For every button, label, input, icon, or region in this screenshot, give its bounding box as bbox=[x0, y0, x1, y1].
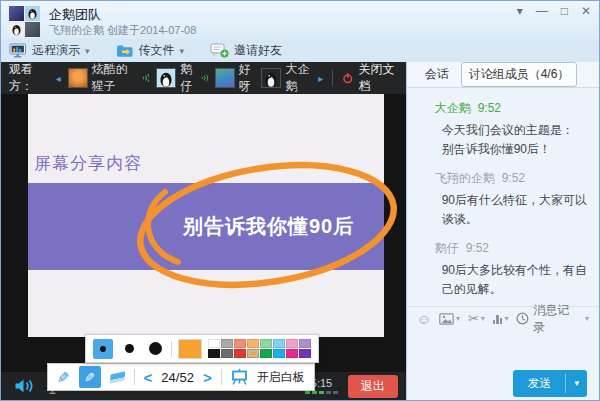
send-file-button[interactable]: 传文件 ▾ bbox=[116, 42, 185, 59]
pen-size-medium[interactable] bbox=[119, 339, 139, 359]
send-button[interactable]: 发送 ▾ bbox=[513, 370, 587, 397]
close-document-button[interactable]: 关闭文档 bbox=[342, 61, 398, 95]
folder-icon bbox=[116, 44, 134, 58]
divider bbox=[332, 70, 333, 86]
message-text: 今天我们会议的主题是： bbox=[442, 121, 593, 140]
toolbar: 远程演示 ▾ 传文件 ▾ 邀请好友 bbox=[1, 39, 599, 62]
message-time: 9:52 bbox=[478, 101, 501, 115]
menu-caret-icon[interactable]: ▾ bbox=[517, 4, 523, 18]
message-time: 9:52 bbox=[466, 241, 489, 255]
color-swatch[interactable] bbox=[208, 349, 220, 358]
send-image-button[interactable]: ▾ bbox=[439, 313, 460, 325]
send-options-caret[interactable]: ▾ bbox=[566, 370, 587, 397]
color-swatch[interactable] bbox=[247, 339, 259, 348]
color-swatch[interactable] bbox=[221, 339, 233, 348]
message-input[interactable] bbox=[407, 330, 599, 366]
page-indicator: 24/52 bbox=[161, 370, 194, 385]
marker-icon: ✎ bbox=[84, 371, 95, 384]
speaker-icon[interactable] bbox=[14, 378, 35, 394]
message-text: 90后有什么特征，大家可以谈谈。 bbox=[442, 191, 593, 228]
group-avatar[interactable] bbox=[9, 6, 40, 37]
viewer-item[interactable]: 鹅仔 bbox=[156, 61, 207, 95]
shared-screen-stage[interactable]: 屏幕分享内容 别告诉我你懂90后 bbox=[1, 94, 406, 372]
viewers-label: 观看方： bbox=[9, 61, 49, 95]
chat-message: 大企鹅9:52 今天我们会议的主题是： 别告诉我你懂90后！ bbox=[435, 100, 593, 158]
pencil-tool-icon[interactable]: ✎ bbox=[57, 370, 70, 385]
clock-icon bbox=[516, 312, 529, 325]
message-time: 9:52 bbox=[502, 171, 525, 185]
color-swatch[interactable] bbox=[273, 339, 285, 348]
send-file-label: 传文件 bbox=[139, 42, 175, 59]
color-swatch[interactable] bbox=[273, 349, 285, 358]
avatar bbox=[68, 68, 88, 88]
previous-page-button[interactable]: < bbox=[144, 370, 153, 385]
color-swatch[interactable] bbox=[208, 339, 220, 348]
color-swatch[interactable] bbox=[221, 349, 233, 358]
pen-size-small-selected[interactable] bbox=[93, 339, 113, 359]
chevron-down-icon[interactable]: ▾ bbox=[85, 46, 90, 56]
minimize-button[interactable]: — bbox=[536, 4, 548, 18]
maximize-button[interactable]: □ bbox=[561, 4, 568, 18]
screenshot-button[interactable]: ✂ ▾ bbox=[468, 312, 485, 325]
group-subtitle: 飞翔的企鹅 创建于2014-07-08 bbox=[49, 23, 196, 38]
remote-demo-button[interactable]: 远程演示 ▾ bbox=[9, 42, 90, 59]
chat-tabs: 会话 讨论组成员（4/6） bbox=[407, 62, 599, 88]
send-label: 发送 bbox=[513, 370, 565, 397]
slide-banner: 别告诉我你懂90后 bbox=[28, 183, 384, 270]
marker-tool-selected[interactable]: ✎ bbox=[79, 366, 101, 388]
tab-conversation[interactable]: 会话 bbox=[425, 66, 449, 83]
chevron-down-icon[interactable]: ▾ bbox=[180, 46, 185, 56]
scroll-left-icon[interactable]: ◂ bbox=[56, 73, 61, 84]
divider bbox=[134, 369, 135, 385]
color-swatch[interactable] bbox=[286, 349, 298, 358]
chat-panel: 会话 讨论组成员（4/6） 大企鹅9:52 今天我们会议的主题是： 别告诉我你懂… bbox=[406, 62, 599, 400]
vote-chart-button[interactable]: ▾ bbox=[493, 314, 509, 324]
chevron-down-icon: ▾ bbox=[504, 314, 508, 323]
color-swatch[interactable] bbox=[234, 349, 246, 358]
divider bbox=[221, 369, 222, 385]
scissors-icon: ✂ bbox=[468, 312, 479, 325]
sender-name[interactable]: 鹅仔 bbox=[435, 241, 459, 255]
viewer-name: 好呀 bbox=[239, 61, 255, 95]
open-whiteboard-button[interactable]: 开启白板 bbox=[257, 369, 305, 386]
divider bbox=[171, 341, 172, 357]
pen-size-large[interactable] bbox=[145, 339, 165, 359]
eraser-tool-icon[interactable] bbox=[109, 371, 125, 384]
color-swatch[interactable] bbox=[299, 349, 311, 358]
speaking-indicator-icon bbox=[142, 72, 150, 84]
sender-name[interactable]: 飞翔的企鹅 bbox=[435, 171, 495, 185]
viewer-name: 大企鹅 bbox=[285, 61, 311, 95]
viewer-item[interactable]: 炫酷的猩子 bbox=[68, 61, 149, 95]
close-button[interactable]: ✕ bbox=[581, 4, 591, 18]
app-window: 企鹅团队 飞翔的企鹅 创建于2014-07-08 ▾ — □ ✕ 远程演示 ▾ bbox=[0, 0, 600, 401]
penguin-avatar-tile bbox=[9, 22, 24, 37]
color-swatch-selected[interactable] bbox=[247, 349, 259, 358]
sender-name[interactable]: 大企鹅 bbox=[435, 101, 471, 115]
message-text: 90后大多比较有个性，有自己的见解。 bbox=[442, 261, 593, 298]
penguin-avatar-tile bbox=[25, 6, 40, 21]
exit-button[interactable]: 退出 bbox=[348, 375, 398, 398]
viewer-item[interactable]: 好呀 bbox=[215, 61, 255, 95]
color-swatch[interactable] bbox=[260, 349, 272, 358]
scroll-right-icon[interactable]: ▸ bbox=[318, 73, 323, 84]
chat-message: 鹅仔9:52 90后大多比较有个性，有自己的见解。 bbox=[435, 240, 593, 298]
image-icon bbox=[439, 313, 454, 325]
group-avatar-tile bbox=[25, 22, 40, 37]
chevron-down-icon: ▾ bbox=[456, 314, 460, 323]
color-swatch[interactable] bbox=[234, 339, 246, 348]
chat-message: 飞翔的企鹅9:52 90后有什么特征，大家可以谈谈。 bbox=[435, 170, 593, 228]
signal-bars bbox=[305, 391, 338, 394]
color-swatch[interactable] bbox=[260, 339, 272, 348]
bar-chart-icon bbox=[493, 314, 503, 324]
whiteboard-easel-icon[interactable] bbox=[231, 369, 248, 385]
tab-members[interactable]: 讨论组成员（4/6） bbox=[461, 62, 578, 87]
emoticon-icon[interactable]: ☺ bbox=[417, 312, 431, 326]
pen-palette bbox=[85, 334, 319, 363]
avatar bbox=[261, 68, 281, 88]
color-swatch[interactable] bbox=[286, 339, 298, 348]
viewer-name: 炫酷的猩子 bbox=[92, 61, 138, 95]
color-swatch[interactable] bbox=[299, 339, 311, 348]
viewer-item[interactable]: 大企鹅 bbox=[261, 61, 311, 95]
invite-friend-button[interactable]: 邀请好友 bbox=[210, 42, 282, 59]
next-page-button[interactable]: > bbox=[203, 370, 212, 385]
